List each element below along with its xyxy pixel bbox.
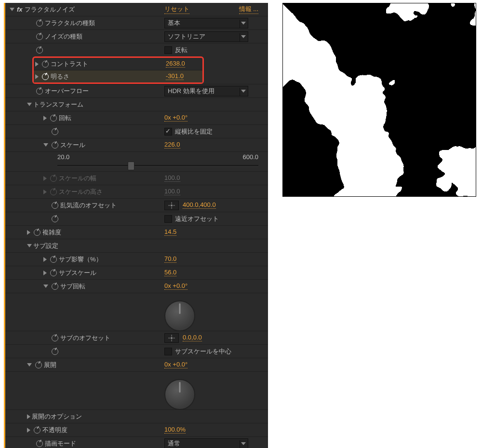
expand-icon[interactable] xyxy=(27,428,30,433)
fx-icon: fx xyxy=(17,6,23,13)
label-scale-height: スケールの高さ xyxy=(59,188,103,196)
dropdown-noise-type-value: ソフトリニア xyxy=(168,32,205,41)
stopwatch-icon[interactable] xyxy=(36,20,43,27)
stopwatch-icon[interactable] xyxy=(52,348,58,355)
value-turb-offset[interactable]: 400.0,400.0 xyxy=(183,202,216,209)
stopwatch-icon[interactable] xyxy=(52,202,58,209)
expand-sub-rot[interactable] xyxy=(43,285,48,288)
evolution-knob[interactable] xyxy=(164,379,195,410)
dropdown-blend-mode[interactable]: 通常 xyxy=(164,438,248,448)
dropdown-fractal-type-value: 基本 xyxy=(168,19,180,27)
value-sub-offset[interactable]: 0.0,0.0 xyxy=(183,334,202,341)
expand-icon[interactable] xyxy=(27,230,30,235)
label-brightness: 明るさ xyxy=(51,72,69,81)
value-scale-width: 100.0 xyxy=(164,175,180,182)
chevron-down-icon xyxy=(241,442,246,445)
label-sub-scale: サブスケール xyxy=(59,269,96,277)
stopwatch-icon[interactable] xyxy=(52,128,58,135)
label-sub-rotation: サブ回転 xyxy=(60,282,85,291)
label-blend-mode: 描画モード xyxy=(45,439,76,448)
scale-slider[interactable] xyxy=(57,161,258,170)
label-rotation: 回転 xyxy=(59,114,71,122)
effect-name: フラクタルノイズ xyxy=(25,5,75,14)
label-contrast: コントラスト xyxy=(51,60,88,68)
sub-rotation-knob[interactable] xyxy=(164,300,195,331)
label-uniform-scale: 縦横比を固定 xyxy=(175,127,213,136)
value-complexity[interactable]: 14.5 xyxy=(164,229,176,236)
dropdown-overflow-value: HDR 効果を使用 xyxy=(168,87,214,95)
label-evolution: 展開 xyxy=(44,361,56,369)
value-rotation[interactable]: 0x +0.0° xyxy=(164,114,187,122)
reset-link[interactable]: リセット xyxy=(164,5,189,14)
expand-transform[interactable] xyxy=(27,103,32,106)
effect-expand-toggle[interactable] xyxy=(10,8,14,11)
stopwatch-icon[interactable] xyxy=(35,362,42,368)
expand-icon[interactable] xyxy=(27,414,30,419)
label-scale-width: スケールの幅 xyxy=(59,174,96,183)
label-persp-offset: 遠近オフセット xyxy=(175,215,219,223)
stopwatch-icon[interactable] xyxy=(36,440,43,447)
stopwatch-icon[interactable] xyxy=(50,256,57,263)
value-brightness[interactable]: -301.0 xyxy=(166,73,184,80)
label-noise-type: ノイズの種類 xyxy=(45,32,82,41)
checkbox-sub-center[interactable] xyxy=(164,348,172,355)
stopwatch-icon xyxy=(50,175,57,182)
dropdown-overflow[interactable]: HDR 効果を使用 xyxy=(164,86,248,96)
stopwatch-icon xyxy=(50,189,57,195)
expand-icon[interactable] xyxy=(43,257,47,262)
stopwatch-icon[interactable] xyxy=(36,47,43,54)
expand-icon[interactable] xyxy=(35,74,39,79)
stopwatch-icon[interactable] xyxy=(52,216,58,222)
value-sub-scale[interactable]: 56.0 xyxy=(164,269,176,276)
checkbox-persp-offset[interactable] xyxy=(164,215,172,223)
expand-sub[interactable] xyxy=(27,244,32,247)
chevron-down-icon xyxy=(241,90,246,93)
dropdown-fractal-type[interactable]: 基本 xyxy=(164,18,248,28)
effect-preview xyxy=(282,3,476,197)
expand-scale[interactable] xyxy=(43,143,48,147)
expand-icon[interactable] xyxy=(43,271,47,275)
label-fractal-type: フラクタルの種類 xyxy=(45,19,95,27)
stopwatch-icon[interactable] xyxy=(52,142,58,149)
stopwatch-icon[interactable] xyxy=(36,88,43,95)
stopwatch-icon[interactable] xyxy=(50,270,57,276)
label-turb-offset: 乱気流のオフセット xyxy=(60,201,117,210)
stopwatch-icon[interactable] xyxy=(42,61,49,68)
point-picker-icon[interactable] xyxy=(164,333,179,343)
stopwatch-icon[interactable] xyxy=(36,33,43,40)
svg-point-5 xyxy=(171,337,173,339)
stopwatch-icon[interactable] xyxy=(34,229,40,236)
label-sub: サブ設定 xyxy=(33,242,58,250)
expand-icon[interactable] xyxy=(35,62,39,67)
label-invert: 反転 xyxy=(175,46,187,54)
dropdown-noise-type[interactable]: ソフトリニア xyxy=(164,31,248,42)
label-sub-offset: サブのオフセット xyxy=(60,334,110,342)
label-complexity: 複雑度 xyxy=(42,228,61,237)
svg-point-0 xyxy=(171,204,173,206)
point-picker-icon[interactable] xyxy=(164,201,179,210)
label-scale: スケール xyxy=(60,141,85,149)
value-scale-height: 100.0 xyxy=(164,188,180,195)
checkbox-uniform-scale[interactable] xyxy=(164,128,172,136)
value-sub-influence[interactable]: 70.0 xyxy=(164,256,176,263)
stopwatch-icon[interactable] xyxy=(42,73,49,80)
value-contrast[interactable]: 2638.0 xyxy=(166,60,185,68)
expand-evolution[interactable] xyxy=(27,363,32,367)
value-scale[interactable]: 226.0 xyxy=(164,141,180,149)
chevron-down-icon xyxy=(241,22,246,25)
info-link[interactable]: 情報 ... xyxy=(239,5,258,14)
label-evo-options: 展開のオプション xyxy=(32,412,82,421)
label-sub-influence: サブ影響（%） xyxy=(59,255,102,264)
expand-icon[interactable] xyxy=(43,116,47,121)
stopwatch-icon[interactable] xyxy=(50,115,57,122)
stopwatch-icon[interactable] xyxy=(52,283,58,290)
checkbox-invert[interactable] xyxy=(164,46,172,54)
stopwatch-icon[interactable] xyxy=(52,335,58,341)
dropdown-blend-mode-value: 通常 xyxy=(168,439,180,448)
value-sub-rotation[interactable]: 0x +0.0° xyxy=(164,283,187,290)
value-evolution[interactable]: 0x +0.0° xyxy=(164,361,187,368)
stopwatch-icon[interactable] xyxy=(34,427,40,434)
value-opacity[interactable]: 100.0% xyxy=(164,426,186,434)
scale-slider-min: 20.0 xyxy=(57,153,69,161)
svg-rect-11 xyxy=(283,3,476,196)
